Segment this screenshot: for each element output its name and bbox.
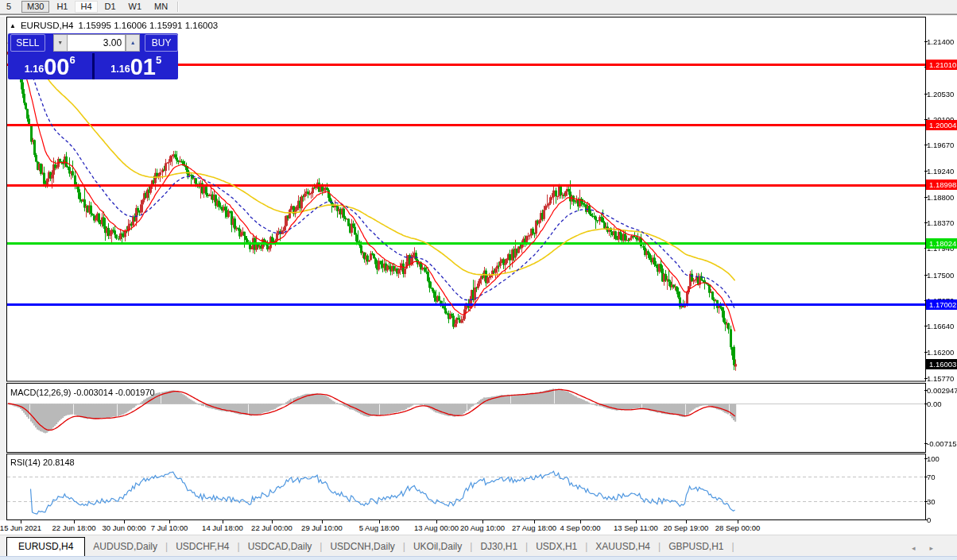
- rsi-tick-mark: [924, 501, 928, 502]
- bid-price-big: 00: [44, 56, 69, 77]
- tab-gbpusd-h1[interactable]: GBPUSD,H1: [661, 538, 731, 557]
- price-tick-mark: [924, 94, 928, 95]
- toolbar-separator: [177, 2, 179, 12]
- tab-separator: |: [732, 541, 734, 557]
- price-tick-label: 1.17500: [927, 271, 954, 280]
- price-tick-label: 1.16640: [927, 322, 954, 330]
- time-tick-label: 4 Sep 00:00: [550, 523, 610, 532]
- price-chart-canvas[interactable]: [6, 17, 926, 520]
- rsi-axis-label: 100: [927, 454, 940, 463]
- price-tick-mark: [924, 352, 928, 353]
- macd-tick-mark: [924, 404, 928, 404]
- price-tick-mark: [924, 41, 928, 42]
- tab-eurusd-active[interactable]: EURUSD,H4: [6, 537, 85, 557]
- macd-indicator-label: MACD(12,26,9) -0.003014 -0.001970: [10, 388, 155, 397]
- rsi-axis-label: 0: [927, 516, 931, 524]
- macd-axis-label: -0.007157: [927, 439, 957, 448]
- buy-button[interactable]: BUY: [145, 34, 178, 52]
- macd-tick-mark: [924, 390, 928, 391]
- timeframe-buttons: M30H1H4D1W1MN: [21, 1, 174, 13]
- price-tick-label: 1.18800: [927, 193, 954, 202]
- level-price-label: 1.17002: [926, 299, 957, 310]
- rsi-tick-mark: [924, 477, 928, 477]
- time-tick-label: 28 Sep 00:00: [707, 523, 768, 532]
- timeframe-button-h4[interactable]: H4: [75, 1, 97, 13]
- tab-dj30-h1[interactable]: DJ30,H1: [472, 538, 525, 557]
- tab-audusd-daily[interactable]: AUDUSD,Daily: [85, 538, 165, 557]
- tab-usdchf-h4[interactable]: USDCHF,H4: [168, 538, 237, 557]
- chart-title: ▲ EURUSD,H4 1.15995 1.16006 1.15991 1.16…: [10, 20, 218, 31]
- timeframe-toolbar: 5 M30H1H4D1W1MN: [0, 0, 957, 14]
- level-price-label: 1.21010: [926, 60, 957, 70]
- chart-window: ▲ EURUSD,H4 1.15995 1.16006 1.15991 1.16…: [0, 16, 957, 520]
- volume-decrease-button[interactable]: ▼: [53, 34, 67, 52]
- ohlc-values: 1.15995 1.16006 1.15991 1.16003: [78, 21, 218, 30]
- timeframe-button-h1[interactable]: H1: [51, 1, 73, 13]
- timeframe-button-w1[interactable]: W1: [123, 1, 148, 13]
- rsi-axis-label: 30: [927, 497, 936, 506]
- scroll-left-icon[interactable]: ◂: [912, 544, 930, 552]
- timeframe-button-clipped[interactable]: 5: [1, 1, 20, 13]
- price-tick-label: 1.18370: [927, 218, 954, 227]
- price-tick-mark: [924, 222, 928, 223]
- sell-button[interactable]: SELL: [10, 34, 45, 52]
- chevron-down-icon: ▼: [57, 40, 63, 45]
- price-tick-label: 1.15770: [927, 374, 954, 383]
- tab-usdx-h1[interactable]: USDX,H1: [528, 538, 585, 557]
- timeframe-button-mn[interactable]: MN: [149, 1, 173, 13]
- tab-usdcnh-daily[interactable]: USDCNH,Daily: [322, 538, 402, 557]
- symbol-period-label: EURUSD,H4: [21, 21, 73, 30]
- current-price-label: 1.16003: [926, 359, 957, 369]
- time-tick-label: 5 Aug 18:00: [349, 523, 409, 532]
- price-tick-label: 1.16200: [927, 348, 954, 357]
- bid-price-button[interactable]: 1.16006: [8, 53, 92, 79]
- tab-scroll-arrows: ◂▸: [912, 544, 947, 557]
- time-tick-label: 29 Jul 10:00: [292, 523, 352, 532]
- rsi-tick-mark: [924, 458, 928, 459]
- price-tick-mark: [924, 197, 928, 198]
- level-price-label: 1.18998: [926, 180, 957, 190]
- macd-tick-mark: [924, 443, 928, 444]
- price-tick-mark: [924, 326, 928, 326]
- level-price-label: 1.18024: [926, 238, 957, 249]
- price-tick-label: 1.20530: [927, 90, 954, 98]
- bid-price-base: 1.16: [25, 64, 44, 77]
- ask-price-base: 1.16: [110, 64, 130, 77]
- volume-input[interactable]: 3.00: [67, 34, 126, 52]
- tab-usdcad-daily[interactable]: USDCAD,Daily: [240, 538, 320, 557]
- ask-price-sup: 5: [156, 53, 161, 66]
- macd-axis-label: 0.002947: [927, 386, 957, 395]
- bid-price-sup: 6: [69, 53, 75, 66]
- tab-ukoil-daily[interactable]: UKOil,Daily: [405, 538, 470, 557]
- collapse-panel-icon[interactable]: ▲: [10, 22, 16, 29]
- price-tick-label: 1.21400: [927, 37, 954, 46]
- level-price-label: 1.20004: [926, 120, 957, 130]
- chevron-up-icon: ▲: [130, 40, 136, 45]
- price-tick-mark: [924, 171, 928, 172]
- price-tick-label: 1.19670: [927, 141, 954, 149]
- timeframe-button-d1[interactable]: D1: [99, 1, 122, 13]
- time-tick-label: 7 Jul 10:00: [139, 523, 200, 532]
- one-click-trade-panel: SELL ▼ 3.00 ▲ BUY 1.16006 1.16015: [8, 33, 178, 79]
- rsi-indicator-label: RSI(14) 20.8148: [10, 458, 75, 467]
- price-tick-mark: [924, 378, 928, 379]
- timeframe-button-m30[interactable]: M30: [21, 1, 49, 13]
- price-tick-label: 1.19240: [927, 167, 954, 176]
- scroll-right-icon[interactable]: ▸: [929, 544, 947, 552]
- price-tick-mark: [924, 275, 928, 276]
- status-strip: [0, 556, 957, 560]
- tab-xauusd-h4[interactable]: XAUUSD,H4: [587, 538, 658, 557]
- chart-tab-bar: EURUSD,H4 AUDUSD,Daily|USDCHF,H4|USDCAD,…: [0, 535, 957, 557]
- ask-price-button[interactable]: 1.16015: [95, 53, 179, 79]
- volume-increase-button[interactable]: ▲: [126, 34, 140, 52]
- rsi-axis-label: 70: [927, 473, 936, 481]
- ask-price-big: 01: [130, 56, 156, 77]
- tab-items: AUDUSD,Daily|USDCHF,H4|USDCAD,Daily|USDC…: [85, 538, 734, 557]
- rsi-tick-mark: [924, 519, 928, 520]
- chart-left-margin: [0, 17, 6, 520]
- time-axis[interactable]: 15 Jun 202122 Jun 18:0030 Jun 00:007 Jul…: [0, 520, 957, 535]
- price-tick-mark: [924, 145, 928, 145]
- macd-axis-label: 0.00: [927, 400, 942, 408]
